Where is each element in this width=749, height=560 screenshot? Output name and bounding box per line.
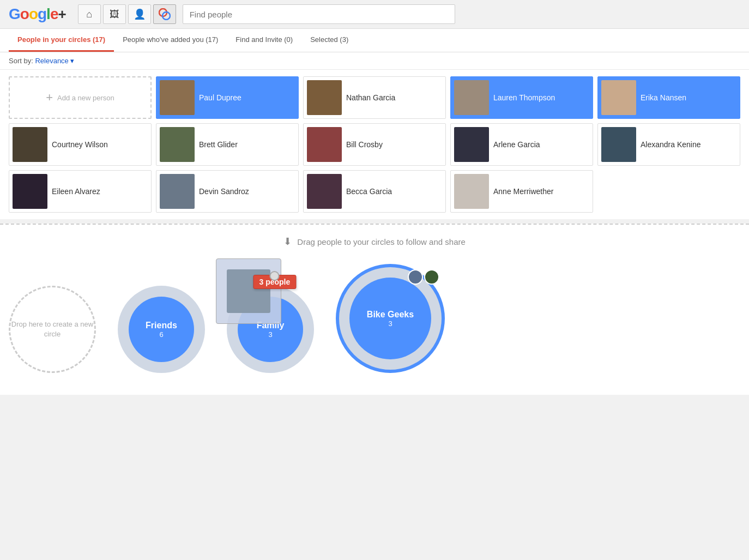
circle-container-friends: Friends 6 bbox=[118, 286, 205, 373]
person-name-courtney-wilson: Courtney Wilson bbox=[52, 140, 108, 149]
circle-friends-inner: Friends 6 bbox=[129, 297, 194, 362]
tab-find-invite[interactable]: Find and Invite (0) bbox=[227, 29, 301, 52]
avatar-brett-glider bbox=[160, 127, 195, 162]
avatar-eileen-alvarez bbox=[13, 174, 47, 209]
tab-in-circles[interactable]: People in your circles (17) bbox=[9, 29, 114, 52]
person-name-bill-crosby: Bill Crosby bbox=[346, 140, 383, 149]
person-card-brett-glider[interactable]: Brett Glider bbox=[156, 123, 299, 166]
home-icon[interactable]: ⌂ bbox=[78, 4, 101, 24]
person-name-alexandra-kenine: Alexandra Kenine bbox=[641, 140, 701, 149]
logo-g2: g bbox=[38, 5, 46, 22]
logo-o2: o bbox=[29, 5, 38, 22]
person-card-courtney-wilson[interactable]: Courtney Wilson bbox=[9, 123, 152, 166]
add-person-label: Add a new person bbox=[57, 94, 114, 102]
circle-friends-count: 6 bbox=[159, 330, 163, 339]
person-name-nathan-garcia: Nathan Garcia bbox=[346, 93, 395, 103]
person-name-becca-garcia: Becca Garcia bbox=[346, 186, 392, 196]
avatar-bill-crosby bbox=[307, 127, 342, 162]
circle-container-bike-geeks: Bike Geeks 3 bbox=[336, 264, 445, 373]
nav-icons: ⌂ 🖼 👤 bbox=[78, 4, 176, 24]
circle-bike-geeks-count: 3 bbox=[388, 320, 392, 328]
person-card-alexandra-kenine[interactable]: Alexandra Kenine bbox=[597, 123, 740, 166]
person-name-paul-dupree: Paul Dupree bbox=[199, 93, 241, 103]
person-name-lauren-thompson: Lauren Thompson bbox=[493, 93, 555, 103]
circle-friends[interactable]: Friends 6 bbox=[118, 286, 205, 373]
mini-avatar-2 bbox=[424, 269, 439, 285]
arrow-down-icon: ⬇ bbox=[283, 236, 292, 247]
logo-l: l bbox=[46, 5, 50, 22]
person-name-arlene-garcia: Arlene Garcia bbox=[493, 140, 540, 149]
circle-bike-geeks-inner: Bike Geeks 3 bbox=[349, 278, 431, 359]
avatar-erika-nansen bbox=[601, 80, 636, 115]
person-card-anne-merriwether[interactable]: Anne Merriwether bbox=[450, 170, 593, 213]
logo: Google+ bbox=[9, 5, 66, 23]
person-name-eileen-alvarez: Eileen Alvarez bbox=[52, 186, 100, 196]
circles-area: Drop here to create a new circle Friends… bbox=[0, 253, 749, 395]
avatar-becca-garcia bbox=[307, 174, 342, 209]
mini-avatar-1 bbox=[408, 269, 423, 285]
person-card-devin-sandroz[interactable]: Devin Sandroz bbox=[156, 170, 299, 213]
drag-hint-text: Drag people to your circles to follow an… bbox=[297, 237, 466, 246]
add-icon: + bbox=[46, 91, 53, 105]
person-card-arlene-garcia[interactable]: Arlene Garcia bbox=[450, 123, 593, 166]
circle-bike-geeks-label: Bike Geeks bbox=[367, 310, 414, 320]
person-card-bill-crosby[interactable]: Bill Crosby bbox=[303, 123, 446, 166]
logo-g: G bbox=[9, 5, 20, 22]
avatar-anne-merriwether bbox=[454, 174, 489, 209]
person-name-devin-sandroz: Devin Sandroz bbox=[199, 186, 249, 196]
avatar-arlene-garcia bbox=[454, 127, 489, 162]
avatar-courtney-wilson bbox=[13, 127, 47, 162]
profile-icon[interactable]: 👤 bbox=[128, 4, 151, 24]
header: Google+ ⌂ 🖼 👤 bbox=[0, 0, 749, 29]
sort-label: Sort by: bbox=[9, 57, 33, 65]
drag-hint: ⬇ Drag people to your circles to follow … bbox=[0, 224, 749, 253]
avatar-alexandra-kenine bbox=[601, 127, 636, 162]
tab-selected[interactable]: Selected (3) bbox=[301, 29, 357, 52]
circle-container-family: 3 people Family 3 bbox=[227, 286, 314, 373]
tab-added-you[interactable]: People who've added you (17) bbox=[114, 29, 227, 52]
circle-drop-label: Drop here to create a new circle bbox=[10, 320, 94, 339]
photos-icon[interactable]: 🖼 bbox=[103, 4, 126, 24]
sort-bar: Sort by: Relevance ▾ bbox=[0, 52, 749, 70]
person-card-lauren-thompson[interactable]: Lauren Thompson bbox=[450, 76, 593, 119]
circle-bike-geeks[interactable]: Bike Geeks 3 bbox=[336, 264, 445, 373]
logo-plus: + bbox=[58, 6, 65, 22]
circle-friends-label: Friends bbox=[146, 321, 177, 330]
people-grid: + Add a new person Paul Dupree Nathan Ga… bbox=[0, 70, 749, 219]
person-name-anne-merriwether: Anne Merriwether bbox=[493, 186, 554, 196]
circle-family-count: 3 bbox=[268, 330, 272, 339]
person-card-eileen-alvarez[interactable]: Eileen Alvarez bbox=[9, 170, 152, 213]
sort-value[interactable]: Relevance ▾ bbox=[35, 57, 74, 65]
logo-e: e bbox=[50, 5, 58, 22]
avatar-paul-dupree bbox=[160, 80, 195, 115]
circles-icon[interactable] bbox=[153, 4, 176, 24]
add-person-card[interactable]: + Add a new person bbox=[9, 76, 152, 119]
search-input[interactable] bbox=[183, 4, 455, 24]
person-card-nathan-garcia[interactable]: Nathan Garcia bbox=[303, 76, 446, 119]
mini-avatars bbox=[408, 269, 439, 285]
avatar-nathan-garcia bbox=[307, 80, 342, 115]
avatar-devin-sandroz bbox=[160, 174, 195, 209]
person-name-erika-nansen: Erika Nansen bbox=[641, 93, 686, 103]
person-card-paul-dupree[interactable]: Paul Dupree bbox=[156, 76, 299, 119]
person-name-brett-glider: Brett Glider bbox=[199, 140, 238, 149]
circle-container-drop: Drop here to create a new circle bbox=[9, 286, 96, 373]
circle-drop-new[interactable]: Drop here to create a new circle bbox=[9, 286, 96, 373]
tabs: People in your circles (17) People who'v… bbox=[0, 29, 749, 52]
family-drag-overlay bbox=[216, 258, 281, 324]
avatar-lauren-thompson bbox=[454, 80, 489, 115]
drag-tag: 3 people bbox=[253, 275, 296, 289]
logo-o1: o bbox=[20, 5, 29, 22]
person-card-erika-nansen[interactable]: Erika Nansen bbox=[597, 76, 740, 119]
person-card-becca-garcia[interactable]: Becca Garcia bbox=[303, 170, 446, 213]
